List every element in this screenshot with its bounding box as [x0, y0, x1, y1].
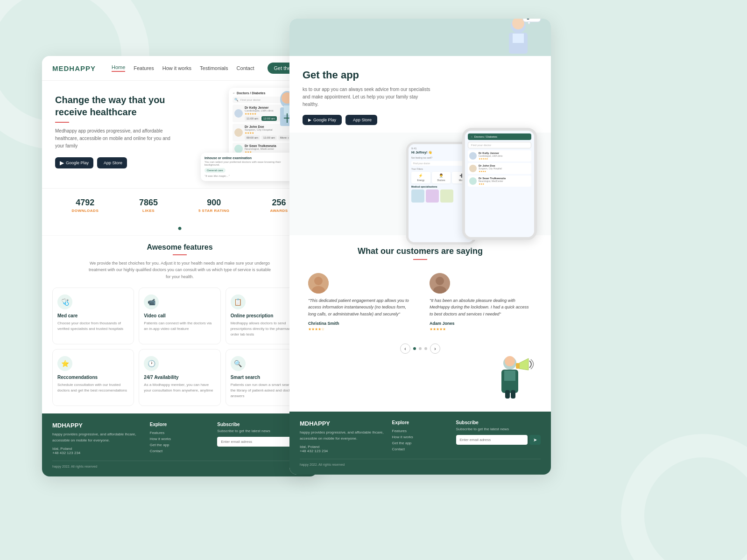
availability-title: 24/7 Availability: [144, 375, 215, 380]
get-app-title: Get the app: [303, 69, 538, 81]
stat-rating-label: 5 STAR RATING: [198, 209, 230, 213]
testimonials-section: What our customers are saying "This dedi…: [289, 235, 551, 412]
right-footer-subscribe-title: Subscribe: [456, 420, 541, 425]
doctor-name-3: Dr Sean Trulkewszia: [245, 144, 276, 147]
features-description: We provide the best choiches for you. Ad…: [86, 260, 273, 280]
phone-doc-avatar-2: [469, 165, 477, 172]
spec-img-1: [411, 189, 424, 203]
prescription-icon: 📋: [231, 294, 246, 309]
right-footer-subscribe-desc: Subscribe to get the latest news: [456, 427, 541, 431]
right-footer-link-how[interactable]: How it works: [392, 435, 449, 439]
footer-link-get-app[interactable]: Get the app: [150, 443, 210, 447]
testimonials-dot-3[interactable]: [424, 347, 427, 350]
testimonials-dot-1[interactable]: [413, 347, 416, 350]
testimonial-text-1: "This dedicated patient engagement app a…: [308, 297, 411, 317]
footer-link-contact[interactable]: Contact: [150, 449, 210, 453]
med-care-title: Med care: [57, 313, 129, 318]
footer-link-features[interactable]: Features: [150, 431, 210, 435]
testimonial-name-1: Christina Smith: [308, 321, 411, 326]
phone-doc-row-1: Dr Kelly Jenner Cardiologist, LMA clinic…: [468, 150, 531, 161]
med-care-desc: Choose your doctor from thousands of ver…: [57, 321, 129, 332]
right-footer-link-features[interactable]: Features: [392, 429, 449, 433]
app-store-button[interactable]: App Store: [97, 157, 127, 168]
nav-links: Home Features How it works Testimonials …: [112, 63, 307, 74]
testimonial-stars-1: ★★★★☆: [308, 327, 411, 331]
svg-rect-29: [511, 390, 515, 399]
footer-link-how-it-works[interactable]: How it works: [150, 437, 210, 441]
svg-rect-25: [504, 371, 515, 381]
svg-marker-26: [519, 358, 529, 370]
store-buttons: ▶ Google Play App Store: [55, 157, 176, 168]
nav-contact[interactable]: Contact: [237, 65, 254, 71]
page-wrapper: MEDHAPPY Home Features How it works Test…: [0, 0, 747, 560]
time-slot-2a: 09:00 am: [245, 135, 260, 140]
svg-point-17: [314, 277, 323, 285]
stat-awards-label: AWARDS: [270, 209, 288, 213]
nav-testimonials[interactable]: Testimonials: [200, 65, 228, 71]
doctor-avatar-1: [234, 109, 243, 118]
right-footer-send-button[interactable]: ➤: [529, 435, 541, 445]
nav-features[interactable]: Features: [134, 65, 154, 71]
right-footer-link-contact[interactable]: Contact: [392, 447, 449, 451]
features-grid: 🩺 Med care Choose your doctor from thous…: [52, 287, 307, 406]
bottom-illustration-area: [303, 354, 538, 400]
mockup-search-placeholder: Find your doctor: [240, 98, 261, 101]
right-footer-email-input[interactable]: [456, 435, 528, 445]
footer-col-explore: Explore Features How it works Get the ap…: [150, 422, 210, 455]
phone-doc-info-3: Dr Sean Trulkewszia Neurologist, MedCent…: [479, 177, 530, 185]
nav-how-it-works[interactable]: How it works: [162, 65, 191, 71]
testimonials-title: What our customers are saying: [303, 246, 538, 256]
phone-mockup-area: 9:41 Hi Jeffrey! 👋 Not feeling too well?…: [289, 133, 551, 235]
hero-text: Change the way that you receive healthca…: [55, 94, 176, 168]
testimonial-avatar-img-1: [308, 273, 329, 294]
right-footer-link-app[interactable]: Get the app: [392, 441, 449, 445]
right-footer-brand: MDHAPPY happy provides progressive, and …: [300, 420, 385, 453]
get-app-app-store-button[interactable]: App Store: [345, 115, 377, 125]
testimonials-grid: "This dedicated patient engagement app a…: [303, 267, 538, 337]
stat-rating-number: 900: [198, 198, 230, 208]
features-section: Awesome features We provide the best cho…: [42, 235, 317, 413]
time-slot-2c: More +: [278, 135, 291, 140]
recommendations-title: Reccomendations: [57, 375, 129, 380]
right-footer-form: ➤: [456, 435, 541, 445]
get-app-google-play-label: Google Play: [313, 118, 336, 122]
phone-doc-avatar-1: [469, 152, 477, 160]
hero-underline: [55, 122, 69, 123]
right-footer-location: Idal, Poland: [300, 445, 385, 449]
doctor-times-2: 09:00 am 11:00 am More +: [245, 135, 291, 140]
testimonials-dot-2[interactable]: [419, 347, 422, 350]
google-play-button[interactable]: ▶ Google Play: [55, 157, 93, 168]
phone-doc-info-2: Dr John Doe Surgeon, City Hospital ★★★★: [479, 164, 530, 173]
google-play-icon: ▶: [60, 160, 64, 166]
testimonials-next-button[interactable]: ›: [430, 343, 440, 354]
testimonial-name-2: Adam Jones: [430, 321, 532, 326]
get-app-google-play-button[interactable]: ▶ Google Play: [303, 115, 342, 125]
app-store-label: App Store: [104, 161, 122, 165]
testimonial-stars-2: ★★★★★: [430, 327, 532, 331]
feature-card-availability: 🕐 24/7 Availability As a Modhappy member…: [139, 349, 220, 406]
mockup-speciality-tags: General care: [204, 168, 290, 173]
stat-rating: 900 5 STAR RATING: [198, 198, 230, 213]
svg-rect-10: [513, 34, 524, 43]
stat-likes-number: 7865: [139, 198, 158, 208]
right-footer-logo: MDHAPPY: [300, 420, 385, 427]
recommendations-icon: ⭐: [57, 356, 72, 371]
feature-card-med-care: 🩺 Med care Choose your doctor from thous…: [52, 287, 134, 344]
mockup-examination-card: Inhouse or online examination You can se…: [201, 153, 294, 181]
svg-rect-28: [505, 390, 510, 399]
nav-home[interactable]: Home: [112, 64, 125, 72]
availability-desc: As a Modhappy member, you can have your …: [144, 382, 215, 393]
footer-col-brand: MDHAPPY happy provides progressive, and …: [52, 422, 142, 455]
stats-section: 4792 DOWNLOADS 7865 LIKES 900 5 STAR RAT…: [42, 188, 317, 222]
doctor-avatar-2: [234, 128, 243, 137]
svg-text:📱 9:41: 📱 9:41: [526, 19, 539, 20]
google-play-icon-right: ▶: [308, 118, 311, 122]
testimonial-avatar-img-2: [430, 273, 450, 294]
stat-dot: ●: [42, 222, 317, 235]
phone-doc-stars-1: ★★★★★: [479, 157, 530, 160]
tag-general-care: General care: [204, 168, 226, 173]
testimonials-underline: [413, 259, 427, 260]
testimonials-prev-button[interactable]: ‹: [400, 343, 410, 354]
footer-email-input[interactable]: [217, 437, 294, 447]
spec-img-2: [426, 189, 439, 203]
